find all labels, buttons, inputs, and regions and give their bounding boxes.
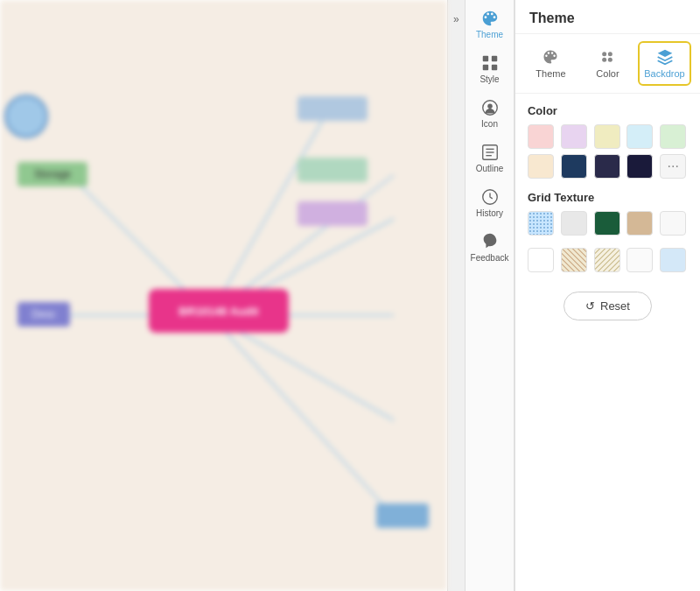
texture-grid-row1	[528, 211, 688, 236]
svg-rect-11	[491, 65, 496, 70]
color-swatch-7[interactable]	[594, 154, 620, 179]
sidebar-item-theme[interactable]: Theme	[466, 0, 514, 45]
sidebar-item-feedback[interactable]: Feedback	[466, 223, 514, 268]
node-3	[298, 201, 368, 226]
color-swatch-5[interactable]	[528, 154, 554, 179]
color-swatch-6[interactable]	[561, 154, 587, 179]
texture-swatch-white[interactable]	[660, 211, 686, 236]
feedback-icon	[480, 232, 500, 251]
tab-color-icon	[598, 48, 616, 66]
panel-content: Color ··· Grid Texture	[515, 94, 700, 591]
tab-theme-label: Theme	[536, 68, 565, 79]
collapse-icon: »	[453, 13, 459, 25]
sidebar-item-history[interactable]: History	[466, 179, 514, 223]
sidebar-item-icon-label: Icon	[481, 119, 498, 129]
texture-swatch-light-blue[interactable]	[660, 248, 686, 272]
texture-section-title: Grid Texture	[528, 191, 688, 204]
color-section-title: Color	[528, 104, 688, 117]
sidebar-item-outline[interactable]: Outline	[466, 134, 514, 179]
sidebar-item-feedback-label: Feedback	[471, 253, 509, 263]
color-swatch-4[interactable]	[660, 124, 686, 149]
texture-swatch-diagonal[interactable]	[561, 248, 587, 272]
style-icon	[480, 53, 500, 73]
tab-theme-icon	[542, 48, 559, 66]
color-swatch-8[interactable]	[626, 154, 653, 179]
svg-point-22	[608, 58, 612, 62]
svg-rect-10	[482, 65, 487, 70]
texture-swatch-dots[interactable]	[528, 211, 554, 236]
svg-point-20	[608, 52, 612, 56]
tab-backdrop-label: Backdrop	[644, 68, 684, 79]
texture-swatch-plain[interactable]	[561, 211, 587, 236]
reset-icon: ↺	[585, 299, 595, 313]
svg-point-19	[603, 52, 607, 56]
texture-swatch-white2[interactable]	[528, 248, 554, 272]
panel-tabs: Theme Color Backdrop	[515, 34, 700, 94]
texture-swatch-diagonal2[interactable]	[594, 248, 620, 272]
outline-icon	[480, 143, 500, 162]
sidebar-item-style-label: Style	[480, 74, 499, 84]
sidebar-item-theme-label: Theme	[476, 30, 503, 39]
color-swatch-2[interactable]	[594, 124, 620, 149]
tab-color[interactable]: Color	[581, 41, 634, 86]
theme-icon	[480, 9, 500, 28]
svg-point-13	[487, 103, 493, 109]
texture-swatch-tan[interactable]	[626, 211, 653, 236]
svg-line-5	[210, 315, 394, 517]
node-circle	[4, 95, 48, 138]
tab-theme[interactable]: Theme	[524, 41, 578, 86]
sidebar-item-outline-label: Outline	[476, 164, 504, 173]
node-left-1: Storage	[18, 162, 88, 186]
history-icon	[480, 187, 500, 207]
texture-swatch-dark-green[interactable]	[594, 211, 620, 236]
svg-point-21	[603, 58, 607, 62]
tab-backdrop-icon	[656, 48, 674, 66]
center-node: BR10148 Audit	[149, 289, 289, 333]
svg-rect-9	[491, 56, 496, 61]
sidebar-item-history-label: History	[476, 208, 503, 218]
icon-sidebar: Theme Style Icon Outline	[466, 0, 514, 591]
canvas-area: BR10148 Audit Storage Desc	[0, 0, 447, 591]
reset-label: Reset	[600, 299, 630, 313]
color-swatch-more[interactable]: ···	[660, 154, 686, 179]
node-1	[298, 96, 368, 121]
color-grid: ···	[528, 124, 688, 179]
color-swatch-3[interactable]	[626, 124, 653, 149]
color-swatch-0[interactable]	[528, 124, 554, 149]
right-panel: Theme Theme Color B	[514, 0, 700, 591]
tab-backdrop[interactable]: Backdrop	[638, 41, 691, 86]
reset-button[interactable]: ↺ Reset	[564, 292, 652, 320]
node-bottom	[376, 503, 429, 528]
collapse-sidebar-button[interactable]: »	[447, 0, 466, 591]
panel-title: Theme	[515, 0, 700, 34]
texture-swatch-white3[interactable]	[626, 248, 653, 272]
node-2	[298, 158, 368, 182]
icon-icon	[480, 98, 500, 117]
node-left-2: Desc	[18, 302, 70, 327]
svg-rect-8	[482, 56, 487, 61]
texture-grid-row2	[528, 248, 688, 272]
color-swatch-1[interactable]	[561, 124, 587, 149]
sidebar-item-style[interactable]: Style	[466, 45, 514, 89]
sidebar-item-icon[interactable]: Icon	[466, 89, 514, 134]
tab-color-label: Color	[596, 68, 619, 79]
